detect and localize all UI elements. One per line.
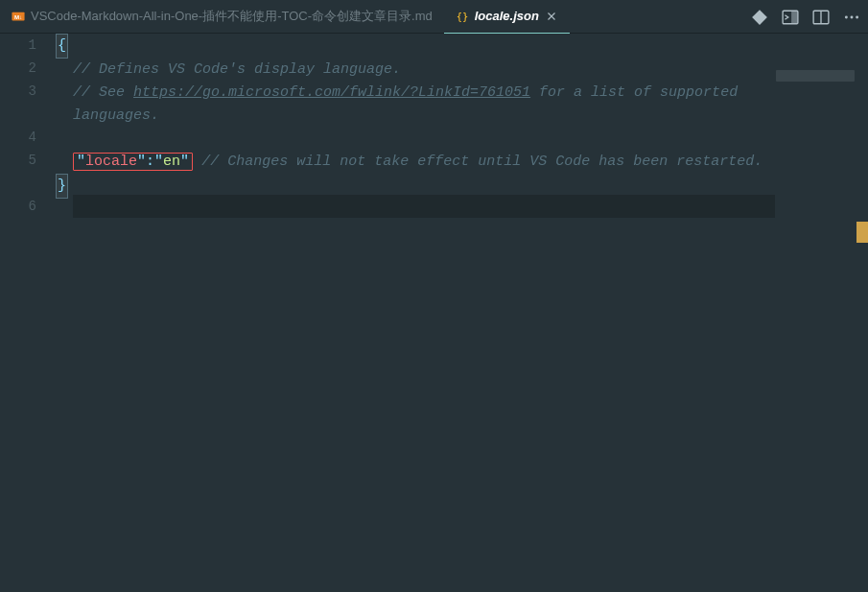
toggle-layout-icon[interactable] [812,9,830,26]
brace-open: { [56,34,68,59]
code-line[interactable]: { [56,34,765,59]
code-line[interactable]: // See https://go.microsoft.com/fwlink/?… [56,82,765,128]
more-icon[interactable] [843,9,860,26]
close-icon[interactable] [545,10,558,23]
line-number: 3 [0,80,36,126]
json-icon: {} [456,10,469,23]
svg-text:M↓: M↓ [14,13,22,20]
locale-setting-highlight: "locale":"en" [73,153,193,171]
quote: " [180,154,189,170]
svg-text:{}: {} [456,10,468,21]
code-area[interactable]: { // Defines VS Code's display language.… [56,34,868,592]
quote: " [77,154,85,170]
minimap[interactable] [776,70,855,82]
line-number: 4 [0,126,36,149]
scrollbar-marker [856,222,868,243]
tabbar: M↓ VSCode-Markdown-All-in-One-插件不能使用-TOC… [0,0,868,34]
tab-markdown-file[interactable]: M↓ VSCode-Markdown-All-in-One-插件不能使用-TOC… [0,0,444,34]
tab-locale-json[interactable]: {} locale.json [444,0,570,34]
svg-point-9 [856,15,858,18]
editor[interactable]: 1 2 3 4 5 6 { // Defines VS Code's displ… [0,34,868,592]
comment: // Defines VS Code's display language. [73,61,401,78]
svg-point-7 [845,15,848,18]
svg-rect-4 [791,11,798,24]
comment: // Changes will not take effect until VS… [201,154,762,170]
code-line[interactable]: } [56,174,765,199]
markdown-icon: M↓ [12,10,25,23]
json-string: en [163,154,180,170]
link[interactable]: https://go.microsoft.com/fwlink/?LinkId=… [133,84,530,101]
colon: : [146,154,154,170]
line-number: 6 [0,195,36,218]
split-right-icon[interactable] [782,9,799,26]
line-number: 1 [0,34,36,57]
code-line-empty[interactable] [56,128,765,151]
brace-close: } [56,174,68,199]
quote: " [154,154,163,170]
open-changes-icon[interactable] [751,9,768,26]
svg-point-8 [851,15,854,18]
code-line[interactable]: // Defines VS Code's display language. [56,59,765,82]
tab-label: VSCode-Markdown-All-in-One-插件不能使用-TOC-命令… [31,8,433,25]
quote: " [137,154,146,170]
tab-label: locale.json [475,9,539,23]
titlebar-actions [751,0,860,34]
scrollbar-track[interactable] [856,67,868,592]
json-key: locale [85,154,137,170]
gutter: 1 2 3 4 5 6 [0,34,56,592]
line-number: 2 [0,57,36,80]
comment: // See https://go.microsoft.com/fwlink/?… [73,84,746,124]
code-line[interactable]: "locale":"en" // Changes will not take e… [56,151,765,174]
comment-text: // See [73,84,133,101]
line-number: 5 [0,149,36,195]
